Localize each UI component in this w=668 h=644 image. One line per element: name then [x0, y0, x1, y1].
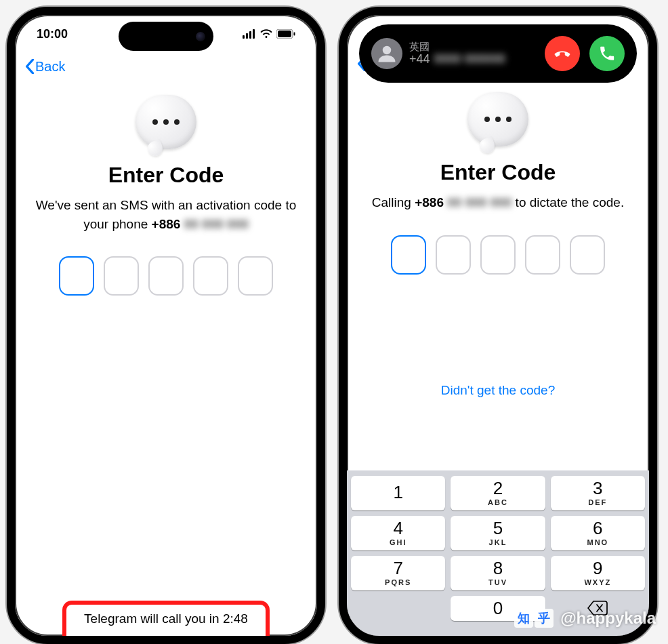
key-9[interactable]: 9WXYZ: [551, 556, 645, 590]
volume-switch[interactable]: [7, 117, 7, 140]
svg-rect-3: [253, 29, 255, 39]
accept-call-button[interactable]: [589, 36, 625, 71]
call-countdown-banner: Telegram will call you in 2:48: [15, 601, 317, 636]
code-box-4[interactable]: [525, 235, 560, 275]
phone-left: 10:00 Back Enter Code We've sent an SMS …: [7, 7, 325, 644]
zhihu-logo-2: 乎: [535, 609, 554, 628]
key-4[interactable]: 4GHI: [351, 516, 445, 550]
cellular-icon: [243, 29, 256, 39]
chevron-left-icon: [24, 59, 35, 74]
subtitle-post: to dictate the code.: [512, 195, 624, 209]
code-box-1[interactable]: [391, 235, 426, 275]
person-icon: [377, 43, 397, 64]
caller-country: 英國: [409, 41, 505, 52]
caller-number-blurred: 0000 000000: [434, 52, 505, 66]
key-1[interactable]: 1: [351, 476, 445, 510]
dynamic-island: [119, 22, 213, 51]
incoming-call-island[interactable]: 英國 +44 0000 000000: [359, 24, 637, 83]
phone-prefix: +886: [152, 217, 181, 231]
no-code-link[interactable]: Didn't get the code?: [347, 383, 649, 398]
volume-up[interactable]: [7, 154, 7, 198]
svg-rect-2: [249, 31, 251, 39]
avatar: [371, 38, 402, 69]
subtitle: We've sent an SMS with an activation cod…: [15, 196, 317, 233]
code-box-4[interactable]: [193, 256, 228, 296]
code-input-row: [347, 235, 649, 275]
key-blank: [351, 596, 445, 621]
page-title: Enter Code: [347, 160, 649, 185]
subtitle-pre: Calling: [372, 195, 415, 209]
back-label: Back: [35, 59, 65, 75]
svg-rect-1: [246, 33, 248, 39]
power-button[interactable]: [325, 167, 325, 235]
key-5[interactable]: 5JKL: [451, 516, 545, 550]
countdown-pre: Telegram will call you in: [84, 611, 223, 626]
phone-prefix: +886: [415, 195, 444, 209]
status-time: 10:00: [37, 27, 68, 41]
chat-bubble-image: [15, 95, 317, 149]
chat-bubble-image: [347, 92, 649, 146]
countdown-time: 2:48: [223, 611, 248, 626]
zhihu-logo-1: 知: [514, 609, 533, 628]
code-box-1[interactable]: [59, 256, 94, 296]
battery-icon: [276, 29, 295, 39]
volume-down[interactable]: [339, 208, 339, 252]
watermark: 知 乎 @happykala: [514, 609, 656, 628]
volume-up[interactable]: [339, 154, 339, 198]
code-box-3[interactable]: [148, 256, 184, 296]
volume-down[interactable]: [7, 208, 7, 252]
phone-icon: [598, 45, 616, 62]
code-box-2[interactable]: [104, 256, 139, 296]
key-2[interactable]: 2ABC: [451, 476, 545, 510]
camera-icon: [196, 32, 205, 41]
code-box-2[interactable]: [436, 235, 471, 275]
phone-right: 英國 +44 0000 000000 Enter Code Calling +8…: [339, 7, 657, 644]
svg-rect-0: [243, 35, 245, 39]
volume-switch[interactable]: [339, 117, 339, 140]
code-input-row: [15, 256, 317, 296]
code-box-5[interactable]: [238, 256, 273, 296]
svg-point-7: [383, 46, 392, 55]
key-3[interactable]: 3DEF: [551, 476, 645, 510]
subtitle: Calling +886 00 000 000 to dictate the c…: [347, 193, 649, 212]
key-8[interactable]: 8TUV: [451, 556, 545, 590]
code-box-3[interactable]: [480, 235, 516, 275]
watermark-handle: @happykala: [560, 609, 656, 628]
page-title: Enter Code: [15, 163, 317, 188]
phone-blurred: 00 000 000: [447, 195, 512, 209]
key-6[interactable]: 6MNO: [551, 516, 645, 550]
phone-down-icon: [553, 44, 572, 63]
svg-rect-6: [294, 33, 295, 36]
back-button[interactable]: Back: [24, 59, 65, 75]
svg-rect-5: [278, 31, 291, 37]
caller-prefix: +44: [409, 52, 430, 66]
nav-bar: Back: [15, 53, 317, 80]
phone-blurred: 00 000 000: [184, 217, 249, 231]
code-box-5[interactable]: [570, 235, 605, 275]
wifi-icon: [260, 29, 272, 39]
power-button[interactable]: [656, 167, 657, 235]
decline-call-button[interactable]: [545, 36, 580, 71]
key-7[interactable]: 7PQRS: [351, 556, 445, 590]
